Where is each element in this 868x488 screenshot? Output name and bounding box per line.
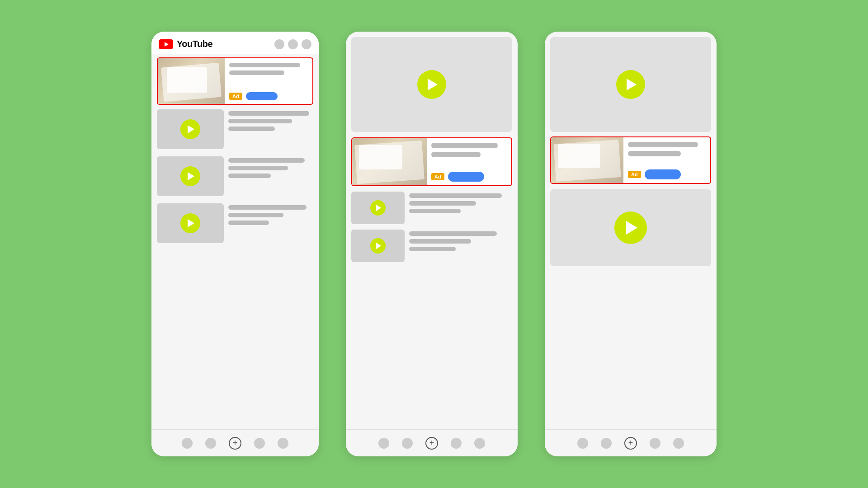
nav-dot-1b[interactable] xyxy=(205,438,216,449)
video-title-1a xyxy=(228,111,309,116)
play-arrow-2b xyxy=(376,243,381,249)
vt-2b1 xyxy=(409,231,497,236)
top-video-2 xyxy=(351,37,512,132)
video-item-2b xyxy=(351,230,512,262)
ad-card-2[interactable]: Ad xyxy=(351,137,512,186)
video-list-2 xyxy=(346,192,518,262)
top-video-3 xyxy=(550,37,711,132)
play-arrow-top-2 xyxy=(428,79,438,90)
play-button-1[interactable] xyxy=(180,119,200,139)
video-thumb-1 xyxy=(157,109,224,149)
video-item-2a xyxy=(351,192,512,224)
vt-2a2 xyxy=(409,201,476,206)
video-item-1 xyxy=(157,109,313,149)
video-title-1c xyxy=(228,127,275,131)
vt-2a3 xyxy=(409,209,461,213)
play-button-top-3[interactable] xyxy=(616,70,645,99)
wide-video-3 xyxy=(550,189,711,266)
ad-card-3[interactable]: Ad xyxy=(550,136,711,184)
ad-title-line-1 xyxy=(229,63,300,67)
nav-dot-3c[interactable] xyxy=(650,438,660,449)
play-arrow-3 xyxy=(188,219,194,227)
ad-title-2a xyxy=(431,143,498,148)
video-thumb-2a xyxy=(351,192,405,224)
header-dot-1 xyxy=(274,39,284,49)
play-arrow-wide-3 xyxy=(626,221,637,235)
vt-2b3 xyxy=(409,247,456,251)
play-arrow-2 xyxy=(188,172,194,180)
cta-button-2[interactable] xyxy=(448,172,484,182)
nav-plus-1[interactable]: + xyxy=(229,437,241,450)
nav-dot-2a[interactable] xyxy=(378,438,389,449)
video-thumb-2b xyxy=(351,230,405,262)
youtube-wordmark: YouTube xyxy=(177,39,212,49)
ad-thumbnail-2 xyxy=(352,138,427,185)
youtube-logo: YouTube xyxy=(159,39,212,49)
header-dot-2 xyxy=(288,39,298,49)
play-arrow-top-3 xyxy=(627,79,637,90)
nav-dot-3a[interactable] xyxy=(577,438,588,449)
ad-info-3: Ad xyxy=(623,137,710,183)
product-image-3 xyxy=(551,137,623,183)
video-title-1b xyxy=(228,119,292,123)
youtube-header: YouTube xyxy=(151,32,319,54)
video-thumb-3 xyxy=(157,203,224,243)
play-button-wide-3[interactable] xyxy=(614,211,647,244)
nav-dot-1c[interactable] xyxy=(254,438,265,449)
ad-meta-1: Ad xyxy=(229,92,308,100)
nav-plus-2[interactable]: + xyxy=(425,437,438,450)
bottom-nav-1: + xyxy=(151,429,319,456)
ad-badge-1: Ad xyxy=(229,93,242,100)
ad-title-2b xyxy=(431,152,481,157)
ad-info-1: Ad xyxy=(225,58,312,104)
ad-title-3b xyxy=(628,151,681,156)
video-title-3c xyxy=(228,221,269,225)
ad-title-line-2 xyxy=(229,70,284,75)
bottom-nav-3: + xyxy=(545,429,717,456)
ad-thumbnail-1 xyxy=(158,58,225,104)
product-image-2 xyxy=(352,138,427,185)
video-info-3 xyxy=(228,203,313,243)
ad-badge-3: Ad xyxy=(628,171,641,178)
play-button-3[interactable] xyxy=(180,213,200,233)
header-dots xyxy=(274,39,311,49)
video-info-2b xyxy=(409,230,512,262)
video-title-2c xyxy=(228,174,271,178)
video-thumb-2 xyxy=(157,156,224,196)
ad-thumbnail-3 xyxy=(551,137,623,183)
video-info-1 xyxy=(228,109,313,149)
video-title-2a xyxy=(228,158,305,163)
ad-info-2: Ad xyxy=(427,138,511,185)
ad-meta-2: Ad xyxy=(431,172,507,182)
video-info-2a xyxy=(409,192,512,224)
nav-dot-3d[interactable] xyxy=(673,438,684,449)
phone-1: YouTube Ad xyxy=(151,32,319,456)
play-button-2b[interactable] xyxy=(370,238,386,253)
cta-button-1[interactable] xyxy=(246,92,278,100)
nav-dot-3b[interactable] xyxy=(601,438,612,449)
nav-dot-2d[interactable] xyxy=(474,438,485,449)
play-arrow-2a xyxy=(376,205,381,211)
nav-dot-2b[interactable] xyxy=(402,438,413,449)
product-image-1 xyxy=(158,58,225,104)
cta-button-3[interactable] xyxy=(645,169,681,179)
ad-badge-2: Ad xyxy=(431,173,444,180)
vt-2b2 xyxy=(409,239,471,244)
nav-dot-2c[interactable] xyxy=(451,438,462,449)
video-title-3a xyxy=(228,205,307,210)
header-dot-3 xyxy=(302,39,311,49)
video-item-2 xyxy=(157,156,313,196)
ad-card-1[interactable]: Ad xyxy=(157,57,313,105)
video-list-1 xyxy=(151,109,319,243)
video-title-2b xyxy=(228,166,288,170)
play-button-2[interactable] xyxy=(180,166,200,186)
nav-plus-3[interactable]: + xyxy=(624,437,637,450)
play-button-top-2[interactable] xyxy=(417,70,446,99)
nav-dot-1a[interactable] xyxy=(182,438,193,449)
video-item-3 xyxy=(157,203,313,243)
video-info-2 xyxy=(228,156,313,196)
nav-dot-1d[interactable] xyxy=(278,438,288,449)
play-button-2a[interactable] xyxy=(370,200,386,216)
video-title-3b xyxy=(228,213,283,217)
ad-meta-3: Ad xyxy=(628,169,706,179)
